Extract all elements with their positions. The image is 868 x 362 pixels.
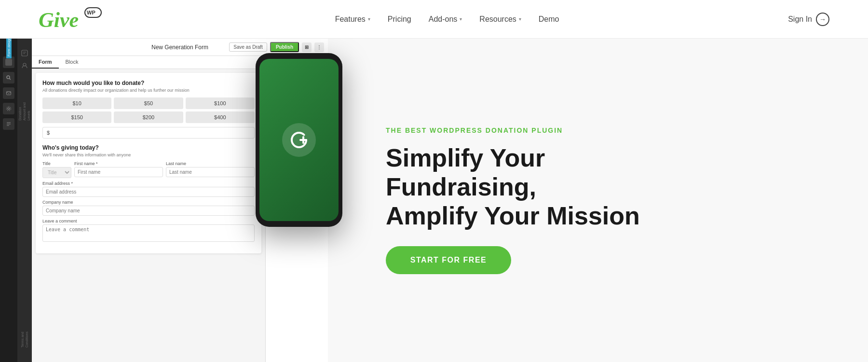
- form-preview-panel: Form Block ✕ How much would you like to …: [32, 56, 265, 362]
- last-name-label: Last name: [166, 161, 255, 166]
- tab-form[interactable]: Form: [32, 56, 59, 69]
- donation-question-text: How much would you like to donate?: [42, 80, 255, 86]
- main-nav: Features ▾ Pricing Add-ons ▾ Resources ▾…: [335, 15, 559, 24]
- give-sidebar-icon-1: [20, 48, 29, 58]
- title-field: Title Title: [42, 161, 71, 178]
- amount-btn-10[interactable]: $10: [42, 97, 111, 109]
- amount-btn-100[interactable]: $100: [186, 97, 255, 109]
- cta-start-free-button[interactable]: START FOR FREE: [386, 246, 511, 274]
- last-name-input[interactable]: [166, 167, 255, 177]
- wp-admin-sidebar: Form design: [0, 39, 17, 362]
- signin-arrow-icon: →: [816, 13, 829, 26]
- phone-mockup: [256, 53, 342, 227]
- resources-chevron-icon: ▾: [519, 16, 521, 22]
- donor-section-title: Who's giving today?: [42, 144, 255, 151]
- publish-button[interactable]: Publish: [270, 42, 299, 52]
- donation-subtitle-text: All donations directly impact our organi…: [42, 88, 255, 93]
- form-builder-actions: Save as Draft Publish ⊞ ⋮: [229, 42, 324, 52]
- give-sidebar-icon-2: [20, 61, 29, 70]
- name-row: Title Title First name * Last name: [42, 161, 255, 178]
- wp-icon-email: [3, 87, 14, 99]
- nav-demo[interactable]: Demo: [539, 15, 559, 24]
- company-input[interactable]: [42, 206, 255, 216]
- email-field-wrapper: Email address *: [42, 181, 255, 197]
- nav-features[interactable]: Features ▾: [335, 15, 370, 24]
- svg-rect-11: [22, 50, 27, 56]
- company-field-wrapper: Company name: [42, 200, 255, 216]
- amount-btn-400[interactable]: $400: [186, 111, 255, 123]
- wp-sidebar-label: Form design: [6, 39, 12, 58]
- first-name-input[interactable]: [74, 167, 163, 177]
- svg-text:WP: WP: [87, 10, 95, 15]
- tab-block[interactable]: Block: [59, 56, 85, 69]
- signin-button[interactable]: Sign In →: [788, 13, 829, 26]
- form-title: New Generation Form: [151, 44, 208, 51]
- view-toggle-button[interactable]: ⊞: [302, 42, 312, 52]
- give-sidebar-text: Donation Amount and Levels: [18, 102, 31, 121]
- features-chevron-icon: ▾: [368, 16, 370, 22]
- email-label: Email address *: [42, 181, 255, 186]
- amount-btn-200[interactable]: $200: [114, 111, 183, 123]
- give-sidebar: Donation Amount and Levels Terms and Con…: [17, 39, 32, 362]
- donor-subtitle: We'll never share this information with …: [42, 153, 255, 157]
- save-draft-button[interactable]: Save as Draft: [229, 42, 267, 52]
- svg-line-4: [10, 79, 11, 80]
- company-label: Company name: [42, 200, 255, 205]
- svg-point-19: [282, 123, 316, 157]
- wp-icon-forms: [3, 118, 14, 130]
- panel-tabs: Form Block ✕: [32, 56, 265, 69]
- wp-icon-search: [3, 72, 14, 84]
- svg-point-7: [7, 107, 11, 111]
- header: Give WP Features ▾ Pricing Add-ons ▾ Res…: [0, 0, 868, 39]
- last-name-field: Last name: [166, 161, 255, 178]
- give-phone-logo-icon: [282, 123, 316, 157]
- nav-pricing[interactable]: Pricing: [388, 15, 411, 24]
- first-name-field: First name *: [74, 161, 163, 178]
- custom-amount-input[interactable]: [42, 127, 255, 139]
- main-content: Form design Donation: [0, 39, 868, 362]
- svg-point-6: [8, 108, 10, 110]
- comment-label: Leave a comment: [42, 219, 255, 223]
- title-select[interactable]: Title: [42, 167, 71, 178]
- left-panel-mockup: Form design Donation: [0, 39, 328, 362]
- svg-point-3: [7, 76, 10, 79]
- first-name-label: First name *: [74, 161, 163, 166]
- comment-field-wrapper: Leave a comment: [42, 219, 255, 244]
- logo[interactable]: Give WP: [39, 6, 106, 33]
- more-options-button[interactable]: ⋮: [314, 42, 324, 52]
- nav-resources[interactable]: Resources ▾: [479, 15, 521, 24]
- hero-panel: THE BEST WORDPRESS DONATION PLUGIN Simpl…: [328, 39, 868, 362]
- phone-screen: [259, 59, 339, 221]
- amount-grid: $10 $50 $100 $150 $200 $400: [42, 97, 255, 123]
- phone-outer: [256, 53, 342, 227]
- wp-icon-settings: [3, 103, 14, 114]
- email-input[interactable]: [42, 187, 255, 197]
- addons-chevron-icon: ▾: [460, 16, 462, 22]
- hero-title: Simplify Your Fundraising, Amplify Your …: [386, 144, 675, 230]
- svg-text:Give: Give: [39, 8, 79, 32]
- nav-addons[interactable]: Add-ons ▾: [429, 15, 462, 24]
- comment-textarea[interactable]: [42, 224, 255, 242]
- amount-btn-150[interactable]: $150: [42, 111, 111, 123]
- amount-btn-50[interactable]: $50: [114, 97, 183, 109]
- hero-tagline: THE BEST WORDPRESS DONATION PLUGIN: [386, 126, 820, 134]
- donation-form-card: How much would you like to donate? All d…: [36, 73, 261, 253]
- give-sidebar-terms: Terms and Conditions: [20, 332, 29, 348]
- title-label: Title: [42, 161, 71, 166]
